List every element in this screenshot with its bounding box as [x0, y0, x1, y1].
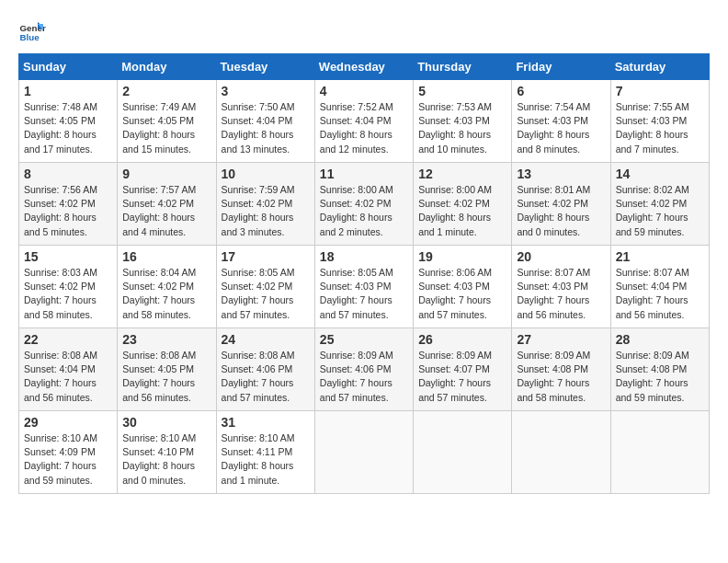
day-number: 21 — [616, 249, 704, 264]
calendar-header-monday: Monday — [118, 54, 216, 80]
header: General Blue — [18, 18, 710, 46]
day-info: Sunrise: 8:07 AMSunset: 4:03 PMDaylight:… — [517, 267, 590, 320]
logo-icon: General Blue — [18, 18, 46, 46]
calendar-cell: 29 Sunrise: 8:10 AMSunset: 4:09 PMDaylig… — [19, 411, 118, 494]
calendar-week-3: 15 Sunrise: 8:03 AMSunset: 4:02 PMDaylig… — [19, 246, 710, 328]
calendar-cell — [314, 411, 413, 494]
calendar-cell: 14 Sunrise: 8:02 AMSunset: 4:02 PMDaylig… — [610, 163, 709, 246]
calendar-header-friday: Friday — [512, 54, 610, 80]
calendar-header-saturday: Saturday — [610, 54, 709, 80]
day-number: 10 — [222, 167, 310, 181]
day-info: Sunrise: 7:50 AMSunset: 4:04 PMDaylight:… — [222, 101, 295, 155]
calendar-week-4: 22 Sunrise: 8:08 AMSunset: 4:04 PMDaylig… — [19, 328, 710, 411]
day-number: 28 — [616, 332, 704, 347]
calendar-week-1: 1 Sunrise: 7:48 AMSunset: 4:05 PMDayligh… — [19, 80, 710, 163]
day-info: Sunrise: 8:07 AMSunset: 4:04 PMDaylight:… — [616, 267, 689, 320]
day-number: 29 — [24, 415, 112, 430]
day-number: 30 — [122, 415, 210, 430]
calendar-cell: 8 Sunrise: 7:56 AMSunset: 4:02 PMDayligh… — [19, 163, 118, 246]
calendar-cell: 7 Sunrise: 7:55 AMSunset: 4:03 PMDayligh… — [610, 80, 709, 163]
day-info: Sunrise: 8:05 AMSunset: 4:02 PMDaylight:… — [222, 267, 295, 320]
day-number: 20 — [517, 249, 605, 264]
calendar-header-sunday: Sunday — [19, 54, 118, 80]
day-number: 17 — [222, 249, 310, 264]
day-info: Sunrise: 8:10 AMSunset: 4:10 PMDaylight:… — [122, 432, 196, 486]
day-number: 15 — [24, 249, 112, 264]
day-info: Sunrise: 7:55 AMSunset: 4:03 PMDaylight:… — [616, 101, 689, 155]
day-number: 19 — [418, 249, 506, 264]
day-info: Sunrise: 8:05 AMSunset: 4:03 PMDaylight:… — [320, 267, 393, 320]
calendar-cell: 26 Sunrise: 8:09 AMSunset: 4:07 PMDaylig… — [414, 328, 512, 411]
calendar-header-wednesday: Wednesday — [314, 54, 413, 80]
day-info: Sunrise: 8:10 AMSunset: 4:11 PMDaylight:… — [222, 432, 295, 486]
calendar-cell — [512, 411, 610, 494]
day-info: Sunrise: 7:52 AMSunset: 4:04 PMDaylight:… — [320, 101, 393, 155]
day-number: 27 — [517, 332, 605, 347]
day-number: 7 — [616, 84, 704, 98]
calendar-cell: 30 Sunrise: 8:10 AMSunset: 4:10 PMDaylig… — [118, 411, 216, 494]
calendar-cell: 22 Sunrise: 8:08 AMSunset: 4:04 PMDaylig… — [19, 328, 118, 411]
day-number: 4 — [320, 84, 408, 98]
day-info: Sunrise: 8:01 AMSunset: 4:02 PMDaylight:… — [517, 184, 590, 237]
day-info: Sunrise: 7:54 AMSunset: 4:03 PMDaylight:… — [517, 101, 590, 155]
calendar-cell: 28 Sunrise: 8:09 AMSunset: 4:08 PMDaylig… — [610, 328, 709, 411]
calendar-cell: 18 Sunrise: 8:05 AMSunset: 4:03 PMDaylig… — [314, 246, 413, 328]
calendar-cell: 11 Sunrise: 8:00 AMSunset: 4:02 PMDaylig… — [314, 163, 413, 246]
day-info: Sunrise: 7:56 AMSunset: 4:02 PMDaylight:… — [24, 184, 97, 237]
calendar-header-tuesday: Tuesday — [216, 54, 314, 80]
day-number: 6 — [517, 84, 605, 98]
day-number: 3 — [222, 84, 310, 98]
day-info: Sunrise: 7:59 AMSunset: 4:02 PMDaylight:… — [222, 184, 295, 237]
svg-text:Blue: Blue — [20, 32, 40, 42]
calendar-cell: 24 Sunrise: 8:08 AMSunset: 4:06 PMDaylig… — [216, 328, 314, 411]
calendar-cell: 15 Sunrise: 8:03 AMSunset: 4:02 PMDaylig… — [19, 246, 118, 328]
day-number: 9 — [122, 167, 210, 181]
day-number: 11 — [320, 167, 408, 181]
calendar-cell: 17 Sunrise: 8:05 AMSunset: 4:02 PMDaylig… — [216, 246, 314, 328]
calendar-cell: 21 Sunrise: 8:07 AMSunset: 4:04 PMDaylig… — [610, 246, 709, 328]
calendar-cell: 16 Sunrise: 8:04 AMSunset: 4:02 PMDaylig… — [118, 246, 216, 328]
calendar-cell: 4 Sunrise: 7:52 AMSunset: 4:04 PMDayligh… — [314, 80, 413, 163]
day-number: 12 — [418, 167, 506, 181]
day-number: 13 — [517, 167, 605, 181]
calendar-cell — [610, 411, 709, 494]
day-info: Sunrise: 8:02 AMSunset: 4:02 PMDaylight:… — [616, 184, 689, 237]
calendar-cell: 20 Sunrise: 8:07 AMSunset: 4:03 PMDaylig… — [512, 246, 610, 328]
calendar-cell: 5 Sunrise: 7:53 AMSunset: 4:03 PMDayligh… — [414, 80, 512, 163]
day-info: Sunrise: 7:49 AMSunset: 4:05 PMDaylight:… — [122, 101, 196, 155]
calendar-cell: 10 Sunrise: 7:59 AMSunset: 4:02 PMDaylig… — [216, 163, 314, 246]
day-number: 22 — [24, 332, 112, 347]
calendar-cell: 3 Sunrise: 7:50 AMSunset: 4:04 PMDayligh… — [216, 80, 314, 163]
day-number: 31 — [222, 415, 310, 430]
day-info: Sunrise: 7:53 AMSunset: 4:03 PMDaylight:… — [418, 101, 492, 155]
day-number: 26 — [418, 332, 506, 347]
day-number: 2 — [122, 84, 210, 98]
calendar-header-thursday: Thursday — [414, 54, 512, 80]
calendar-cell: 19 Sunrise: 8:06 AMSunset: 4:03 PMDaylig… — [414, 246, 512, 328]
day-info: Sunrise: 7:48 AMSunset: 4:05 PMDaylight:… — [24, 101, 97, 155]
calendar-cell: 9 Sunrise: 7:57 AMSunset: 4:02 PMDayligh… — [118, 163, 216, 246]
calendar-cell: 13 Sunrise: 8:01 AMSunset: 4:02 PMDaylig… — [512, 163, 610, 246]
day-info: Sunrise: 8:08 AMSunset: 4:05 PMDaylight:… — [122, 350, 196, 403]
calendar-cell: 25 Sunrise: 8:09 AMSunset: 4:06 PMDaylig… — [314, 328, 413, 411]
day-number: 25 — [320, 332, 408, 347]
day-number: 24 — [222, 332, 310, 347]
calendar-cell — [414, 411, 512, 494]
day-info: Sunrise: 8:09 AMSunset: 4:06 PMDaylight:… — [320, 350, 393, 403]
calendar-cell: 12 Sunrise: 8:00 AMSunset: 4:02 PMDaylig… — [414, 163, 512, 246]
logo: General Blue — [18, 18, 46, 46]
day-info: Sunrise: 8:06 AMSunset: 4:03 PMDaylight:… — [418, 267, 492, 320]
calendar-cell: 6 Sunrise: 7:54 AMSunset: 4:03 PMDayligh… — [512, 80, 610, 163]
day-info: Sunrise: 8:00 AMSunset: 4:02 PMDaylight:… — [320, 184, 393, 237]
calendar-week-5: 29 Sunrise: 8:10 AMSunset: 4:09 PMDaylig… — [19, 411, 710, 494]
day-number: 8 — [24, 167, 112, 181]
day-info: Sunrise: 8:03 AMSunset: 4:02 PMDaylight:… — [24, 267, 97, 320]
calendar-cell: 31 Sunrise: 8:10 AMSunset: 4:11 PMDaylig… — [216, 411, 314, 494]
calendar-table: SundayMondayTuesdayWednesdayThursdayFrid… — [18, 53, 710, 494]
day-info: Sunrise: 7:57 AMSunset: 4:02 PMDaylight:… — [122, 184, 196, 237]
day-info: Sunrise: 8:04 AMSunset: 4:02 PMDaylight:… — [122, 267, 196, 320]
day-number: 18 — [320, 249, 408, 264]
day-info: Sunrise: 8:00 AMSunset: 4:02 PMDaylight:… — [418, 184, 492, 237]
calendar-cell: 1 Sunrise: 7:48 AMSunset: 4:05 PMDayligh… — [19, 80, 118, 163]
calendar-header-row: SundayMondayTuesdayWednesdayThursdayFrid… — [19, 54, 710, 80]
